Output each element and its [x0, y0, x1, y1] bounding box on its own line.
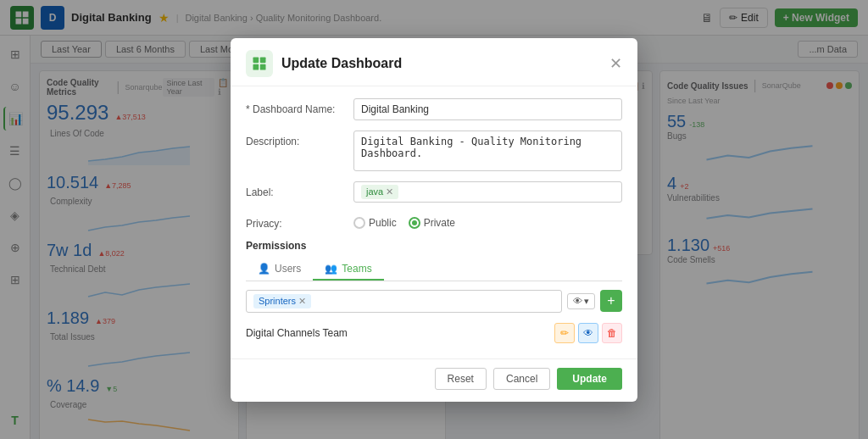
- privacy-radio-group: Public Private: [353, 213, 455, 229]
- permissions-section: Permissions 👤 Users 👥 Teams Spr: [246, 240, 622, 347]
- dashboard-name-label: * Dashboard Name:: [246, 98, 343, 115]
- update-button[interactable]: Update: [557, 368, 622, 390]
- java-tag-close[interactable]: ✕: [386, 186, 393, 197]
- label-label: Label:: [246, 181, 343, 198]
- teams-tab[interactable]: 👥 Teams: [313, 258, 383, 281]
- modal-header-left: Update Dashboard: [246, 50, 402, 77]
- svg-rect-11: [260, 64, 266, 69]
- sprinters-tag: Sprinters ✕: [253, 294, 311, 308]
- edit-team-button[interactable]: ✏: [554, 323, 575, 343]
- svg-rect-8: [253, 57, 259, 63]
- users-tab-icon: 👤: [258, 263, 270, 275]
- private-radio[interactable]: [409, 217, 420, 229]
- svg-rect-10: [253, 64, 259, 69]
- privacy-row: Privacy: Public Private: [246, 213, 622, 230]
- team-tag-input[interactable]: Sprinters ✕: [246, 290, 562, 313]
- public-radio[interactable]: [353, 217, 365, 229]
- cancel-button[interactable]: Cancel: [493, 368, 550, 390]
- label-tag-input[interactable]: java ✕: [353, 181, 622, 203]
- dashboard-name-row: * Dashboard Name:: [246, 98, 622, 120]
- svg-rect-9: [260, 57, 266, 63]
- reset-button[interactable]: Reset: [435, 368, 487, 390]
- eye-chevron: ▾: [584, 296, 589, 307]
- privacy-private-option[interactable]: Private: [409, 217, 455, 229]
- teams-tab-icon: 👥: [325, 263, 337, 275]
- modal-title: Update Dashboard: [281, 56, 402, 71]
- label-row: Label: java ✕: [246, 181, 622, 203]
- modal-icon: [246, 50, 273, 77]
- users-tab[interactable]: 👤 Users: [246, 258, 313, 281]
- add-team-button[interactable]: +: [600, 290, 622, 312]
- digital-channels-team-name: Digital Channels Team: [246, 327, 348, 339]
- team-input-row: Sprinters ✕ 👁 ▾ +: [246, 290, 622, 313]
- modal-footer: Reset Cancel Update: [231, 358, 637, 402]
- team-actions: ✏ 👁 🗑: [554, 323, 622, 343]
- java-tag: java ✕: [361, 185, 398, 199]
- permissions-label: Permissions: [246, 240, 622, 252]
- dashboard-name-input[interactable]: [353, 98, 622, 120]
- privacy-public-option[interactable]: Public: [353, 217, 397, 229]
- description-row: Description: Digital Banking - Quality M…: [246, 131, 622, 171]
- modal-overlay[interactable]: Update Dashboard ✕ * Dashboard Name: Des…: [0, 0, 868, 439]
- privacy-label: Privacy:: [246, 213, 343, 230]
- description-label: Description:: [246, 131, 343, 147]
- eye-button[interactable]: 👁 ▾: [567, 293, 595, 309]
- delete-team-button[interactable]: 🗑: [602, 323, 622, 343]
- modal-header: Update Dashboard ✕: [231, 38, 637, 86]
- view-team-button[interactable]: 👁: [578, 323, 598, 343]
- modal-body: * Dashboard Name: Description: Digital B…: [231, 86, 637, 358]
- sprinters-tag-close[interactable]: ✕: [298, 296, 306, 307]
- description-textarea[interactable]: Digital Banking - Quality Monitoring Das…: [353, 131, 622, 171]
- update-dashboard-modal: Update Dashboard ✕ * Dashboard Name: Des…: [231, 38, 637, 402]
- permissions-tabs: 👤 Users 👥 Teams: [246, 258, 622, 281]
- eye-icon: 👁: [573, 296, 582, 306]
- digital-channels-team-row: Digital Channels Team ✏ 👁 🗑: [246, 320, 622, 347]
- modal-close-button[interactable]: ✕: [609, 54, 622, 73]
